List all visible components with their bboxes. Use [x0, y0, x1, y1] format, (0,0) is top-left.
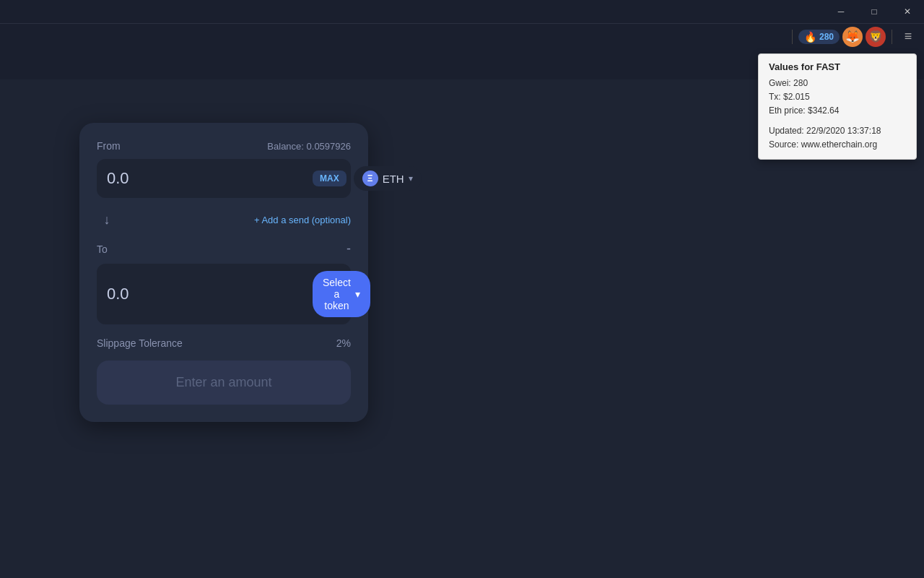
select-token-label: Select a token: [323, 277, 351, 311]
slippage-row: Slippage Tolerance 2%: [97, 337, 351, 349]
gwei-label: Gwei:: [769, 78, 791, 88]
to-minus-button[interactable]: -: [346, 241, 351, 256]
flame-icon: 🔥: [804, 31, 816, 43]
tx-value: $2.015: [783, 92, 810, 102]
tooltip-eth-price: Eth price: $342.64: [769, 104, 906, 118]
from-token-label: ETH: [383, 173, 404, 185]
to-amount-input[interactable]: [107, 285, 305, 303]
source-value: www.etherchain.org: [801, 139, 877, 150]
eth-price-label: Eth price:: [769, 105, 806, 116]
gas-tooltip-popup: Values for FAST Gwei: 280 Tx: $2.015 Eth…: [758, 53, 917, 160]
tooltip-title: Values for FAST: [769, 61, 906, 72]
select-token-button[interactable]: Select a token ▾: [313, 271, 370, 317]
gas-value: 280: [819, 32, 834, 42]
tooltip-gwei: Gwei: 280: [769, 77, 906, 90]
from-label: From: [97, 140, 121, 152]
from-amount-input[interactable]: [107, 169, 305, 188]
enter-amount-button[interactable]: Enter an amount: [97, 361, 351, 405]
maximize-button[interactable]: □: [858, 0, 891, 23]
add-send-link[interactable]: + Add a send (optional): [254, 215, 351, 225]
select-token-chevron-icon: ▾: [355, 288, 360, 300]
from-input-row: MAX Ξ ETH ▾: [97, 159, 351, 198]
from-header-row: From Balance: 0.0597926: [97, 140, 351, 152]
tooltip-spacer: [769, 118, 906, 124]
browser-menu-button[interactable]: ≡: [898, 27, 918, 47]
tooltip-tx: Tx: $2.015: [769, 90, 906, 104]
brave-shield-icon[interactable]: 🦁: [866, 27, 886, 47]
close-button[interactable]: ✕: [891, 0, 924, 23]
fox-icon: 🦊: [845, 30, 860, 43]
tx-label: Tx:: [769, 92, 781, 102]
gwei-value: 280: [793, 78, 808, 88]
max-button[interactable]: MAX: [313, 171, 346, 186]
titlebar-controls: ─ □ ✕: [824, 0, 924, 23]
source-label: Source:: [769, 139, 798, 150]
extension-bar: 🔥 280 🦊 🦁 ≡: [0, 23, 924, 49]
slippage-value: 2%: [336, 337, 351, 349]
eth-token-icon: Ξ: [362, 171, 378, 186]
swap-card: From Balance: 0.0597926 MAX Ξ ETH ▾ ↓ + …: [79, 123, 368, 422]
from-token-selector[interactable]: Ξ ETH ▾: [354, 166, 422, 191]
eth-price-value: $342.64: [808, 105, 839, 116]
titlebar: ─ □ ✕: [0, 0, 924, 23]
gas-badge[interactable]: 🔥 280: [798, 30, 840, 44]
ext-bar-divider: [792, 30, 793, 44]
minimize-button[interactable]: ─: [824, 0, 858, 23]
arrow-divider-row: ↓ + Add a send (optional): [97, 210, 351, 230]
ext-bar-divider-2: [892, 30, 892, 44]
to-header-row: To -: [97, 241, 351, 256]
updated-value: 22/9/2020 13:37:18: [806, 126, 881, 136]
chevron-down-icon: ▾: [409, 173, 413, 184]
to-label: To: [97, 243, 108, 255]
metamask-icon[interactable]: 🦊: [842, 27, 863, 47]
balance-label: Balance: 0.0597926: [267, 141, 351, 152]
updated-label: Updated:: [769, 126, 804, 136]
shield-icon: 🦁: [868, 30, 883, 43]
tooltip-source: Source: www.etherchain.org: [769, 138, 906, 152]
tooltip-updated: Updated: 22/9/2020 13:37:18: [769, 124, 906, 138]
slippage-label: Slippage Tolerance: [97, 337, 183, 349]
down-arrow-icon: ↓: [97, 210, 117, 230]
to-input-row: Select a token ▾: [97, 264, 351, 324]
